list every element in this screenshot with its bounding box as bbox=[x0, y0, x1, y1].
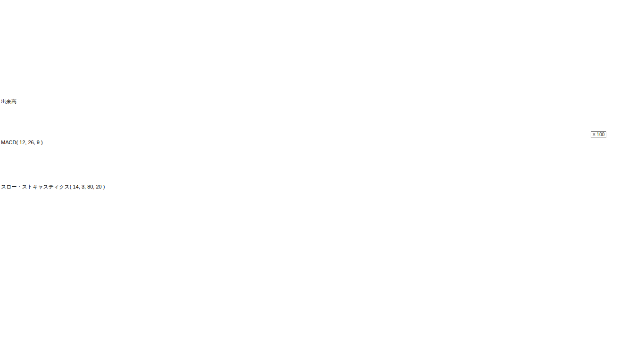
chart-canvas bbox=[0, 0, 644, 238]
stochastic-pane-label: スロー・ストキャスティクス( 14, 3, 80, 20 ) bbox=[1, 183, 105, 190]
chart-legend-row-1 bbox=[0, 0, 644, 3]
macd-pane-label: MACD( 12, 26, 9 ) bbox=[1, 140, 43, 145]
volume-pane-label: 出来高 bbox=[1, 98, 17, 105]
volume-multiplier-badge: × 100 bbox=[591, 132, 606, 138]
chart-application: 出来高 MACD( 12, 26, 9 ) スロー・ストキャスティクス( 14,… bbox=[0, 0, 644, 362]
chart-legend-row-2 bbox=[0, 4, 644, 11]
